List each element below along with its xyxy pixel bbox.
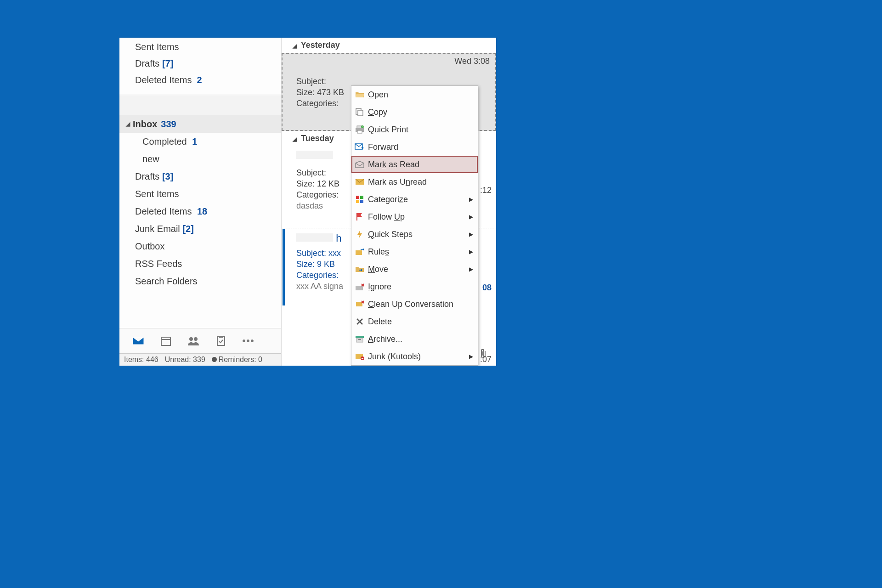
ignore-icon	[351, 283, 368, 291]
drafts-label: Drafts	[135, 58, 159, 68]
junk-label: Junk Email	[135, 224, 180, 234]
ctx-forward[interactable]: Forward	[351, 138, 478, 156]
folder-drafts[interactable]: Drafts [3]	[119, 168, 281, 185]
attachment-icon	[480, 349, 487, 358]
collapse-icon: ◢	[126, 117, 130, 131]
ctx-open[interactable]: Open	[351, 86, 478, 103]
svg-rect-8	[219, 336, 223, 338]
svg-point-6	[194, 337, 198, 341]
folder-outbox[interactable]: Outbox	[119, 237, 281, 255]
submenu-arrow-icon: ▶	[469, 266, 473, 272]
message-time: Wed 3:08	[454, 57, 490, 66]
message-time: 08	[482, 283, 492, 293]
svg-rect-18	[360, 196, 363, 199]
unread-indicator	[283, 229, 285, 305]
people-icon[interactable]	[187, 336, 199, 346]
archive-icon	[351, 335, 368, 343]
ctx-clean-up[interactable]: Clean Up Conversation	[351, 295, 478, 313]
outlook-window: Sent Items Drafts [7] Deleted Items 2 ◢ …	[119, 38, 496, 366]
folder-deleted-items[interactable]: Deleted Items 18	[119, 203, 281, 220]
ctx-junk[interactable]: Junk (Kutools) ▶	[351, 348, 478, 365]
status-unread: Unread: 339	[165, 356, 205, 364]
folder-drafts-top[interactable]: Drafts [7]	[119, 55, 281, 72]
folder-sent-items-top[interactable]: Sent Items	[119, 39, 281, 55]
svg-rect-17	[356, 196, 359, 199]
nav-bar: •••	[119, 328, 281, 353]
folder-open-icon	[351, 91, 368, 98]
svg-rect-23	[356, 302, 362, 306]
folder-search-folders[interactable]: Search Folders	[119, 272, 281, 290]
svg-rect-0	[161, 337, 170, 345]
more-icon[interactable]: •••	[243, 336, 254, 346]
ctx-categorize[interactable]: Categorize ▶	[351, 191, 478, 208]
submenu-arrow-icon: ▶	[469, 231, 473, 237]
ctx-quick-print[interactable]: Quick Print	[351, 121, 478, 138]
drafts-label: Drafts	[135, 171, 159, 181]
folder-rss-feeds[interactable]: RSS Feeds	[119, 255, 281, 272]
rules-icon	[351, 248, 368, 255]
ctx-follow-up[interactable]: Follow Up ▶	[351, 208, 478, 226]
status-items: Items: 446	[124, 356, 158, 364]
ctx-copy[interactable]: Copy	[351, 103, 478, 121]
ctx-ignore[interactable]: Ignore	[351, 278, 478, 295]
deleted-count: 2	[197, 75, 202, 85]
ctx-label: Forward	[368, 142, 478, 152]
ctx-archive[interactable]: Archive...	[351, 330, 478, 348]
ctx-mark-as-unread[interactable]: Mark as Unread	[351, 173, 478, 191]
submenu-arrow-icon: ▶	[469, 214, 473, 220]
printer-icon	[351, 125, 368, 134]
deleted-count: 18	[197, 206, 207, 216]
completed-label: Completed	[142, 136, 187, 147]
junk-icon	[351, 353, 368, 360]
context-menu: Open Copy Quick Print Forward Mark as Re…	[351, 85, 478, 366]
svg-rect-21	[356, 250, 362, 255]
ctx-quick-steps[interactable]: Quick Steps ▶	[351, 226, 478, 243]
folder-inbox[interactable]: ◢ Inbox 339	[119, 115, 281, 133]
deleted-label: Deleted Items	[135, 75, 192, 85]
tasks-icon[interactable]	[215, 336, 227, 346]
collapse-icon: ◢	[293, 136, 297, 142]
group-yesterday[interactable]: ◢ Yesterday	[282, 38, 496, 53]
categorize-icon	[351, 195, 368, 204]
folder-new[interactable]: new	[119, 150, 281, 168]
collapse-icon: ◢	[293, 43, 297, 49]
folder-sent-items[interactable]: Sent Items	[119, 185, 281, 203]
ctx-label: pen	[374, 90, 388, 99]
ctx-rules[interactable]: Rules ▶	[351, 243, 478, 260]
message-time: :12	[480, 186, 492, 195]
completed-count: 1	[192, 136, 197, 147]
calendar-icon[interactable]	[160, 336, 172, 346]
mail-icon[interactable]	[132, 336, 144, 346]
delete-icon	[351, 318, 368, 325]
inbox-label: Inbox	[133, 117, 157, 131]
folder-move-icon	[351, 266, 368, 273]
svg-rect-29	[362, 358, 363, 359]
svg-rect-7	[217, 337, 225, 345]
ctx-move[interactable]: Move ▶	[351, 260, 478, 278]
folder-deleted-top[interactable]: Deleted Items 2	[119, 72, 281, 88]
ctx-delete[interactable]: Delete	[351, 313, 478, 330]
envelope-icon	[351, 179, 368, 185]
account-row[interactable]	[119, 95, 281, 115]
submenu-arrow-icon: ▶	[469, 196, 473, 203]
forward-icon	[351, 143, 368, 151]
status-reminders: Reminders: 0	[212, 356, 262, 364]
svg-rect-13	[357, 130, 362, 133]
submenu-arrow-icon: ▶	[469, 353, 473, 360]
envelope-open-icon	[351, 161, 368, 168]
ctx-mark-as-read[interactable]: Mark as Read	[351, 156, 478, 173]
svg-rect-26	[358, 339, 361, 340]
folder-junk-email[interactable]: Junk Email [2]	[119, 220, 281, 237]
cleanup-icon	[351, 300, 368, 308]
group-label: Yesterday	[301, 40, 340, 50]
status-bar: Items: 446 Unread: 339 Reminders: 0	[119, 353, 281, 366]
svg-rect-19	[356, 200, 359, 203]
drafts-count: [3]	[162, 171, 173, 181]
folder-completed[interactable]: Completed 1	[119, 133, 281, 150]
svg-rect-25	[356, 338, 363, 342]
flag-icon	[351, 213, 368, 221]
lightning-icon	[351, 230, 368, 239]
drafts-count: [7]	[162, 58, 173, 68]
svg-rect-10	[358, 110, 363, 116]
ctx-label: Quick Print	[368, 125, 478, 135]
